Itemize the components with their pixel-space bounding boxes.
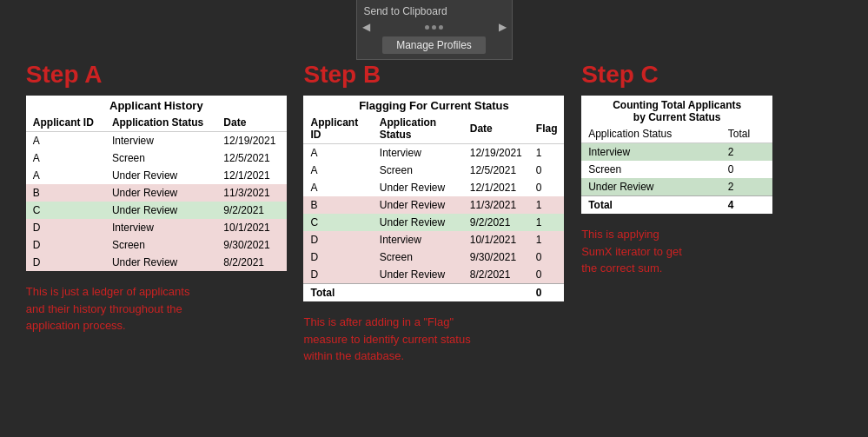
step-a-header-row: Applicant ID Application Status Date [26,114,287,132]
send-to-clipboard-label: Send to Clipboard [357,3,512,19]
steps-container: Step A Applicant History Applicant ID Ap… [0,61,868,437]
step-a-title: Step A [26,61,103,89]
dot-group [425,25,443,30]
table-row: CUnder Review9/2/20211 [303,214,564,231]
table-row: AInterview12/19/20211 [303,144,564,162]
dot-1 [425,25,429,30]
table-row: DInterview10/1/2021 [26,219,287,236]
table-row: Screen 0 [581,161,772,178]
table-title-row: Flagging For Current Status [303,96,564,114]
step-a-table: Applicant History Applicant ID Applicati… [26,96,287,271]
table-title-row: Applicant History [26,96,287,114]
send-label-text: Send to Clipboard [364,5,447,17]
step-c-table: Counting Total Applicants by Current Sta… [581,96,772,214]
table-row: AScreen12/5/20210 [303,162,564,179]
table-row: AUnder Review12/1/20210 [303,179,564,196]
col-app-status: Application Status [105,114,216,132]
table-row: DInterview10/1/20211 [303,231,564,248]
table-row: DUnder Review8/2/2021 [26,254,287,271]
table-row: AUnder Review12/1/2021 [26,167,287,184]
table-row: Interview 2 [581,143,772,162]
navigation-dots-row: ◀ ▶ [357,19,512,35]
manage-profiles-button[interactable]: Manage Profiles [382,36,486,54]
right-arrow-icon[interactable]: ▶ [499,21,507,33]
title-line1: Counting Total Applicants [613,99,741,111]
step-b-description: This is after adding in a "Flag"measure … [303,314,470,365]
table-row: AInterview12/19/2021 [26,132,287,150]
title-line2: by Current Status [633,111,721,123]
step-c-title: Step C [581,61,659,89]
step-b: Step B Flagging For Current Status Appli… [303,61,564,365]
step-a-description: This is just a ledger of applicantsand t… [26,283,190,334]
step-c-header-row: Application Status Total [581,125,772,143]
step-c: Step C Counting Total Applicants by Curr… [581,61,842,277]
clipboard-bar: Send to Clipboard ◀ ▶ Manage Profiles [356,0,513,60]
total-row: Total 0 [303,284,564,302]
table-row: DUnder Review8/2/20210 [303,266,564,284]
dot-3 [439,25,443,30]
step-b-header-row: Applicant ID Application Status Date Fla… [303,114,564,144]
step-a-table-title: Applicant History [26,96,287,114]
step-c-description: This is applyingSumX iterator to getthe … [581,226,682,277]
total-value: 0 [529,284,565,302]
col-date: Date [463,114,529,144]
table-title-row: Counting Total Applicants by Current Sta… [581,96,772,125]
step-b-table-title: Flagging For Current Status [303,96,564,114]
total-value: 4 [721,196,772,215]
table-row: DScreen9/30/2021 [26,236,287,254]
col-flag: Flag [529,114,565,144]
table-row: CUnder Review9/2/2021 [26,202,287,219]
step-b-table: Flagging For Current Status Applicant ID… [303,96,564,301]
total-label: Total [581,196,721,215]
dot-2 [432,25,436,30]
col-date: Date [216,114,287,132]
table-row: AScreen12/5/2021 [26,149,287,167]
col-app-status: Application Status [373,114,463,144]
total-row: Total 4 [581,196,772,215]
col-applicant-id: Applicant ID [303,114,372,144]
col-applicant-id: Applicant ID [26,114,105,132]
left-arrow-icon[interactable]: ◀ [362,21,370,33]
col-app-status: Application Status [581,125,721,143]
step-b-title: Step B [303,61,381,89]
col-total: Total [721,125,772,143]
step-a: Step A Applicant History Applicant ID Ap… [26,61,287,334]
table-row: BUnder Review11/3/2021 [26,184,287,202]
table-row: Under Review 2 [581,178,772,196]
table-row: DScreen9/30/20210 [303,248,564,266]
total-label: Total [303,284,528,302]
table-row: BUnder Review11/3/20211 [303,196,564,214]
step-c-table-title: Counting Total Applicants by Current Sta… [581,96,772,125]
